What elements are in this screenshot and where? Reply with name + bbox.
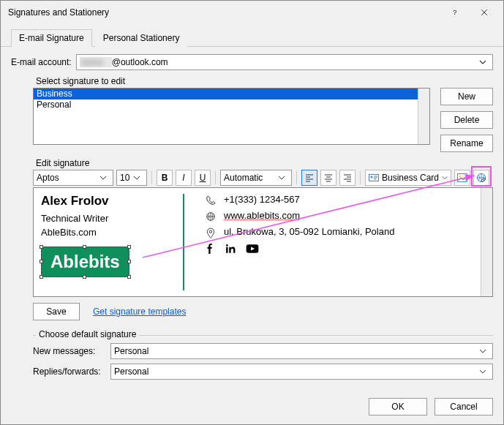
tab-strip: E-mail Signature Personal Stationery <box>1 24 503 47</box>
bold-button[interactable]: B <box>157 170 173 186</box>
titlebar: Signatures and Stationery ? <box>1 1 503 24</box>
font-size: 10 <box>120 173 129 183</box>
sig-logo-image[interactable]: Ablebits <box>41 247 129 277</box>
chevron-down-icon <box>476 59 489 66</box>
editor-toolbar: Aptos 10 B I U Automatic <box>33 168 493 187</box>
svg-rect-3 <box>458 174 467 182</box>
picture-icon <box>457 173 467 182</box>
svg-point-8 <box>209 230 211 233</box>
select-value: Personal <box>114 346 148 356</box>
replies-forwards-select[interactable]: Personal <box>110 364 493 380</box>
ok-button[interactable]: OK <box>369 398 427 415</box>
font-select[interactable]: Aptos <box>33 170 113 186</box>
default-signature-group: Choose default signature <box>36 329 139 339</box>
svg-point-10 <box>226 244 228 247</box>
email-account-select[interactable]: xxxxx@outlook.com <box>76 54 493 70</box>
svg-point-2 <box>371 176 373 178</box>
align-left-button[interactable] <box>301 170 317 186</box>
tab-personal-stationery[interactable]: Personal Stationery <box>95 29 188 47</box>
rename-button[interactable]: Rename <box>440 135 493 152</box>
svg-rect-9 <box>226 247 227 253</box>
fontsize-select[interactable]: 10 <box>116 170 147 186</box>
signature-templates-link[interactable]: Get signature templates <box>93 306 186 317</box>
new-button[interactable]: New <box>440 88 493 105</box>
signatures-dialog: Signatures and Stationery ? E-mail Signa… <box>0 0 504 425</box>
hyperlink-icon <box>476 173 486 183</box>
phone-icon <box>205 194 217 206</box>
sig-role: Technical Writer <box>41 213 183 224</box>
linkedin-icon <box>225 244 236 254</box>
font-name: Aptos <box>37 173 59 183</box>
listbox-scrollbar[interactable] <box>418 89 429 144</box>
sig-company: AbleBits.com <box>41 227 183 238</box>
sig-address: ul. Brukowa, 3, 05-092 Lomianki, Poland <box>224 226 394 237</box>
signature-listbox[interactable]: Business Personal <box>33 88 430 145</box>
close-button[interactable] <box>470 2 499 23</box>
italic-button[interactable]: I <box>176 170 192 186</box>
new-messages-label: New messages: <box>33 346 106 356</box>
sig-website: www.ablebits.com <box>224 210 300 221</box>
chevron-down-icon <box>476 368 489 375</box>
business-card-button[interactable]: Business Card <box>365 170 451 186</box>
btn-label: OK <box>391 402 404 412</box>
btn-label: Save <box>46 306 66 317</box>
business-card-icon <box>369 173 379 182</box>
tab-label: E-mail Signature <box>19 33 84 43</box>
insert-hyperlink-button[interactable] <box>473 170 489 186</box>
align-center-button[interactable] <box>320 170 336 186</box>
underline-button[interactable]: U <box>195 170 211 186</box>
tab-email-signature[interactable]: E-mail Signature <box>11 29 92 47</box>
signature-item-business[interactable]: Business <box>34 89 429 99</box>
btn-label: Business Card <box>382 173 439 183</box>
save-button[interactable]: Save <box>33 303 80 320</box>
replies-forwards-label: Replies/forwards: <box>33 366 106 377</box>
sig-phone: +1(333) 1234-567 <box>224 194 300 205</box>
btn-label: Rename <box>450 138 483 148</box>
edit-signature-label: Edit signature <box>36 158 493 168</box>
chevron-down-icon <box>130 174 143 181</box>
btn-label: New <box>458 91 475 102</box>
youtube-icon <box>246 244 259 254</box>
email-account-label: E-mail account: <box>11 57 72 67</box>
new-messages-select[interactable]: Personal <box>110 343 493 359</box>
window-title: Signatures and Stationery <box>8 7 440 18</box>
align-right-button[interactable] <box>339 170 356 186</box>
chevron-down-icon <box>275 174 288 181</box>
tab-label: Personal Stationery <box>103 33 180 43</box>
location-icon <box>205 226 217 239</box>
email-account-domain: @outlook.com <box>112 57 168 67</box>
btn-label: Cancel <box>450 402 477 412</box>
select-value: Personal <box>114 366 148 377</box>
globe-icon <box>205 210 217 222</box>
font-color: Automatic <box>224 173 263 183</box>
svg-point-4 <box>459 176 462 178</box>
insert-picture-button[interactable] <box>454 170 470 186</box>
btn-label: Delete <box>454 115 480 125</box>
chevron-down-icon <box>97 174 110 181</box>
cancel-button[interactable]: Cancel <box>435 398 493 415</box>
signature-editor[interactable]: Alex Frolov Technical Writer AbleBits.co… <box>33 187 493 297</box>
logo-text: Ablebits <box>50 252 120 271</box>
delete-button[interactable]: Delete <box>440 111 493 129</box>
chevron-down-icon <box>476 347 489 355</box>
editor-scrollbar[interactable] <box>481 188 492 296</box>
select-signature-label: Select signature to edit <box>36 76 493 86</box>
svg-text:?: ? <box>453 8 457 16</box>
fontcolor-select[interactable]: Automatic <box>220 170 292 186</box>
chevron-down-icon <box>442 175 448 181</box>
sig-name: Alex Frolov <box>41 194 183 208</box>
facebook-icon <box>205 244 215 254</box>
signature-item-personal[interactable]: Personal <box>34 99 429 110</box>
help-button[interactable]: ? <box>440 2 470 23</box>
